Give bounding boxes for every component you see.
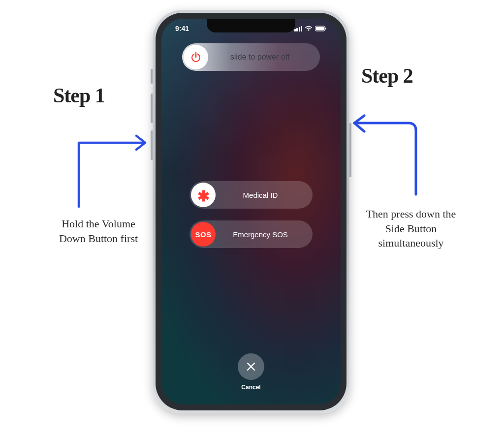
sos-icon[interactable]: SOS	[191, 222, 216, 247]
step2-desc: Then press down the Side Button simultan…	[357, 207, 465, 250]
step1-desc: Hold the Volume Down Button first	[49, 217, 148, 246]
emergency-sos-slider[interactable]: SOS Emergency SOS	[189, 220, 313, 248]
svg-rect-2	[325, 28, 326, 30]
close-icon	[246, 361, 256, 372]
battery-icon	[315, 26, 327, 31]
cancel-area: Cancel	[238, 353, 264, 391]
power-off-label: slide to power off	[210, 53, 320, 62]
status-time: 9:41	[175, 25, 189, 32]
medical-id-slider[interactable]: ✱ Medical ID	[189, 181, 313, 209]
status-bar: 9:41	[161, 23, 341, 34]
phone-mockup: 9:41 slide to power off ✱ Medi	[153, 10, 349, 413]
medical-id-label: Medical ID	[217, 191, 313, 199]
arrow-step1	[71, 113, 155, 214]
step1-title: Step 1	[53, 84, 105, 107]
power-off-slider[interactable]: slide to power off	[182, 43, 320, 71]
phone-screen: 9:41 slide to power off ✱ Medi	[161, 19, 341, 405]
arrow-step2	[345, 96, 428, 206]
cancel-button[interactable]	[238, 353, 264, 380]
medical-id-icon[interactable]: ✱	[191, 183, 216, 207]
power-icon[interactable]	[184, 45, 208, 69]
sos-knob-text: SOS	[195, 230, 211, 239]
svg-rect-1	[316, 27, 324, 31]
signal-icon	[294, 26, 303, 31]
step2-title: Step 2	[361, 64, 413, 88]
wifi-icon	[305, 26, 313, 31]
emergency-sos-label: Emergency SOS	[217, 230, 313, 239]
cancel-label: Cancel	[238, 384, 264, 391]
